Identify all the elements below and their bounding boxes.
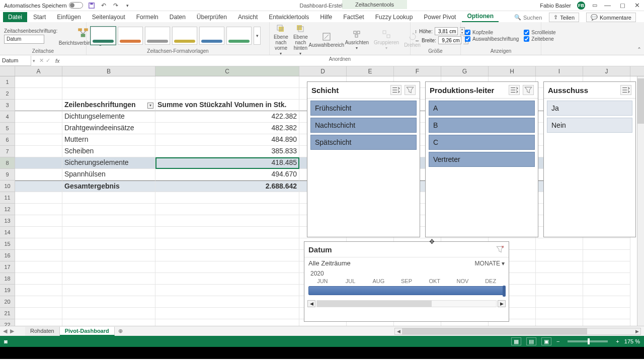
- column-header-F[interactable]: F: [394, 66, 441, 76]
- cell[interactable]: [583, 319, 630, 326]
- cell[interactable]: Spannhülsen: [62, 169, 155, 180]
- cell[interactable]: [62, 238, 155, 250]
- row-header-6[interactable]: 6: [0, 134, 15, 146]
- bring-forward-button[interactable]: Ebene nach vorne▾: [274, 24, 288, 56]
- clear-timeline-icon[interactable]: [496, 245, 505, 254]
- timeline-month-label[interactable]: AUG: [364, 278, 392, 284]
- row-header-1[interactable]: 1: [0, 76, 15, 88]
- formula-input[interactable]: [62, 56, 644, 65]
- cell[interactable]: 418.485: [155, 157, 299, 169]
- cell[interactable]: 482.382: [155, 123, 299, 134]
- cell[interactable]: [15, 169, 62, 180]
- name-box-dropdown[interactable]: ▾: [31, 58, 36, 63]
- cell[interactable]: [583, 273, 630, 285]
- cell[interactable]: [583, 285, 630, 296]
- tab-einfügen[interactable]: Einfügen: [52, 12, 86, 22]
- cell[interactable]: [155, 296, 299, 308]
- cell[interactable]: [536, 238, 583, 250]
- column-header-B[interactable]: B: [62, 66, 155, 76]
- collapse-ribbon-icon[interactable]: ˄: [637, 46, 641, 54]
- cell[interactable]: [15, 250, 62, 261]
- cell[interactable]: Muttern: [62, 134, 155, 146]
- cell[interactable]: Summe von Stückzahl Volumen in Stk.: [155, 100, 299, 111]
- slicer-ausschuss[interactable]: Ausschuss JaNein: [543, 81, 636, 237]
- worksheet-grid[interactable]: ABCDEFGHIJ 12345678910111213141516171819…: [0, 66, 644, 326]
- width-input[interactable]: [438, 36, 461, 44]
- cell[interactable]: 494.670: [155, 169, 299, 180]
- sheet-tab[interactable]: Pivot-Dashboard: [60, 327, 115, 336]
- cell[interactable]: 385.833: [155, 146, 299, 157]
- timeline-level-dropdown[interactable]: MONATE ▾: [475, 260, 505, 267]
- redo-icon[interactable]: ↷: [112, 2, 119, 9]
- cell[interactable]: [15, 192, 62, 204]
- row-header-10[interactable]: 10: [0, 180, 15, 192]
- zoom-slider[interactable]: [568, 340, 608, 342]
- cell[interactable]: [536, 250, 583, 261]
- row-header-7[interactable]: 7: [0, 146, 15, 157]
- send-backward-button[interactable]: Ebene nach hinten▾: [293, 24, 308, 56]
- cell[interactable]: [583, 308, 630, 319]
- multi-select-icon[interactable]: [390, 85, 401, 95]
- row-header-9[interactable]: 9: [0, 169, 15, 180]
- row-header-5[interactable]: 5: [0, 123, 15, 134]
- cell[interactable]: [583, 261, 630, 273]
- avatar[interactable]: FB: [577, 2, 585, 10]
- cell[interactable]: [155, 88, 299, 100]
- comments-button[interactable]: 💬 Kommentare: [586, 13, 636, 22]
- cell[interactable]: [15, 285, 62, 296]
- timeline-scroll-right[interactable]: ▶: [498, 300, 506, 307]
- clear-filter-icon[interactable]: [523, 85, 534, 95]
- timeline-selection-bar[interactable]: [308, 286, 505, 295]
- cell[interactable]: [155, 76, 299, 88]
- cell[interactable]: [536, 296, 583, 308]
- row-header-8[interactable]: 8: [0, 157, 15, 169]
- cell[interactable]: [155, 204, 299, 215]
- cell[interactable]: [583, 296, 630, 308]
- row-header-20[interactable]: 20: [0, 296, 15, 308]
- show-selection-label-checkbox[interactable]: Auswahlbeschriftung: [465, 36, 519, 42]
- row-header-2[interactable]: 2: [0, 88, 15, 100]
- cell[interactable]: [15, 204, 62, 215]
- minimize-icon[interactable]: —: [604, 2, 611, 9]
- cell[interactable]: 2.688.642: [155, 180, 299, 192]
- zoom-level[interactable]: 175 %: [624, 338, 640, 344]
- row-header-13[interactable]: 13: [0, 215, 15, 227]
- sheet-tab[interactable]: Rohdaten: [25, 327, 60, 336]
- page-layout-view-icon[interactable]: ▤: [526, 337, 536, 345]
- autosave-toggle[interactable]: Automatisches Speichern: [4, 2, 83, 9]
- tab-start[interactable]: Start: [28, 12, 51, 22]
- cell[interactable]: 484.890: [155, 134, 299, 146]
- cell[interactable]: [15, 111, 62, 123]
- cell[interactable]: [155, 227, 299, 238]
- cell[interactable]: [155, 250, 299, 261]
- show-header-checkbox[interactable]: Kopfzeile: [465, 30, 519, 35]
- cell[interactable]: [62, 285, 155, 296]
- width-input-row[interactable]: ↔ Breite: ▴▾: [415, 36, 468, 44]
- height-input-row[interactable]: ↕ Höhe: ▴▾: [415, 27, 468, 35]
- timeline-month-label[interactable]: DEZ: [476, 278, 505, 284]
- tab-factset[interactable]: FactSet: [338, 12, 369, 22]
- timeline-slicer[interactable]: ✥ Datum Alle Zeiträume MONATE ▾ 2020 JUN…: [304, 241, 509, 322]
- timeline-scroll-left[interactable]: ◀: [307, 300, 315, 307]
- style-swatch-4[interactable]: [172, 27, 197, 45]
- sheet-nav-prev[interactable]: ◀: [3, 328, 7, 334]
- cell[interactable]: Dichtungselemente: [62, 111, 155, 123]
- cell[interactable]: [583, 238, 630, 250]
- cell[interactable]: [583, 250, 630, 261]
- slicer-item[interactable]: Nachtschicht: [310, 118, 417, 133]
- tab-optionen[interactable]: Optionen: [462, 11, 499, 22]
- tab-power pivot[interactable]: Power Pivot: [419, 12, 461, 22]
- zoom-in-icon[interactable]: +: [616, 338, 619, 344]
- cancel-formula-icon[interactable]: ✕: [39, 57, 44, 64]
- tab-file[interactable]: Datei: [3, 12, 27, 22]
- slicer-item[interactable]: Spätschicht: [310, 135, 417, 150]
- column-header-G[interactable]: G: [441, 66, 489, 76]
- cell[interactable]: [15, 308, 62, 319]
- normal-view-icon[interactable]: ▦: [511, 337, 521, 345]
- column-header-E[interactable]: E: [347, 66, 394, 76]
- cell[interactable]: [15, 76, 62, 88]
- cell[interactable]: [15, 296, 62, 308]
- multi-select-icon[interactable]: [620, 85, 631, 95]
- column-header-I[interactable]: I: [536, 66, 583, 76]
- ribbon-display-icon[interactable]: ▭: [591, 2, 598, 9]
